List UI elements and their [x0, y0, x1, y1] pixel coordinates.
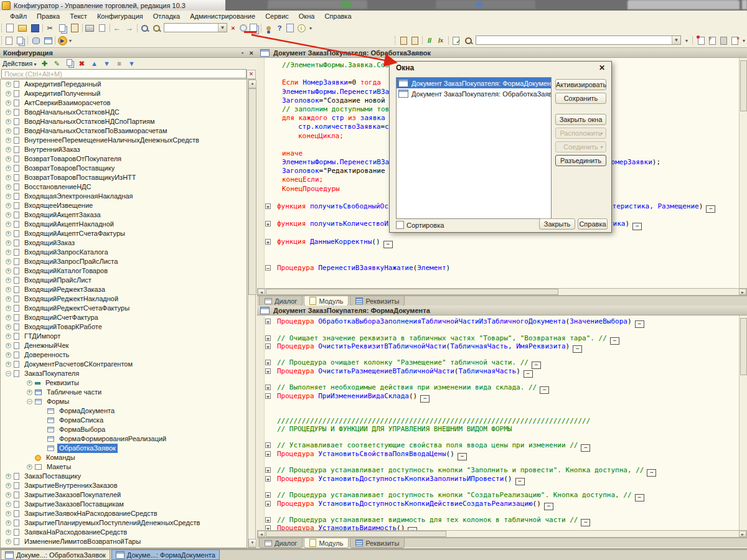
expand-icon[interactable]: +: [6, 483, 11, 488]
sort-checkbox-row[interactable]: Сортировка: [396, 221, 444, 229]
tab-dialog[interactable]: Диалог: [259, 296, 303, 306]
fold-expand-marker[interactable]: +: [265, 501, 271, 506]
tree-item[interactable]: +ИзменениеЛимитовВозвратнойТары: [1, 537, 247, 546]
table-icon[interactable]: [43, 35, 53, 45]
expand-icon[interactable]: +: [6, 184, 11, 190]
tree-item[interactable]: +ДокументРасчетовСКонтрагентом: [1, 360, 247, 369]
tab-module[interactable]: Модуль: [304, 538, 349, 548]
tree-item[interactable]: +ЗакрытиеВнутреннихЗаказов: [1, 481, 247, 490]
bookmark-help-icon[interactable]: ?: [707, 35, 717, 45]
editor-hscrollbar-top[interactable]: ◄ ►: [257, 288, 747, 296]
window-list-item[interactable]: Документ ЗаказПокупателя: ФормаДокумента: [397, 78, 551, 88]
tree-item[interactable]: +ВозвратТоваровПоставщику: [1, 164, 247, 173]
fold-expand-marker[interactable]: +: [265, 476, 271, 482]
delete-icon[interactable]: ✖: [77, 59, 86, 68]
chevron-down-icon[interactable]: ▼: [672, 36, 680, 44]
paste-fragment-icon[interactable]: [398, 35, 408, 45]
tree-item[interactable]: +ВходящийАкцептНакладной: [1, 220, 247, 229]
syntax-assistant-icon[interactable]: [263, 23, 273, 33]
expand-icon[interactable]: +: [6, 82, 11, 87]
scroll-down-icon[interactable]: ▼: [248, 539, 256, 548]
comment-lines-icon[interactable]: //: [425, 35, 435, 45]
expand-icon[interactable]: +: [6, 212, 11, 218]
fold-expand-marker[interactable]: +: [265, 319, 271, 324]
info-icon[interactable]: i: [296, 23, 306, 33]
procedures-combo[interactable]: ▼: [476, 35, 681, 45]
window-tab-obrabotka-zayavok[interactable]: Докуме...: ОбработкаЗаявок: [1, 549, 110, 560]
fold-expand-marker[interactable]: +: [265, 368, 271, 374]
tree-item[interactable]: +ФормаДокумента: [1, 406, 247, 416]
toolbar-overflow-icon[interactable]: ▼: [308, 23, 314, 33]
cut-icon[interactable]: ✂: [45, 23, 55, 33]
menu-edit[interactable]: Правка: [32, 12, 65, 21]
open-windows-list[interactable]: Документ ЗаказПокупателя: ФормаДокумента…: [396, 77, 552, 219]
fold-expand-marker[interactable]: +: [265, 221, 271, 226]
expand-icon[interactable]: +: [27, 464, 32, 470]
expand-icon[interactable]: +: [6, 166, 11, 171]
expand-icon[interactable]: +: [6, 362, 11, 367]
tree-item[interactable]: +ВводНачальныхОстатковНДС: [1, 108, 247, 117]
scrollbar-thumb[interactable]: [740, 60, 747, 111]
tree-item[interactable]: +АккредитивПолученный: [1, 89, 247, 98]
tree-item[interactable]: +ВходящийЗапросПрайсЛиста: [1, 257, 247, 266]
tab-module[interactable]: Модуль: [304, 296, 349, 306]
expand-icon[interactable]: +: [6, 222, 11, 227]
fold-expand-marker[interactable]: +: [265, 442, 271, 448]
search-combo[interactable]: ▼: [164, 23, 227, 32]
tree-item[interactable]: +ГТДИмпорт: [1, 332, 247, 341]
close-icon[interactable]: ×: [250, 49, 253, 57]
help-search-icon[interactable]: ?: [275, 23, 284, 33]
bookmark-delete-icon[interactable]: ×: [730, 35, 740, 45]
expand-icon[interactable]: +: [6, 511, 11, 516]
fold-expand-marker[interactable]: +: [265, 343, 271, 349]
scroll-left-icon[interactable]: ◄: [258, 531, 265, 537]
tab-attributes[interactable]: Реквизиты: [350, 538, 405, 548]
expand-icon[interactable]: +: [6, 287, 11, 292]
clear-search-icon[interactable]: ×: [229, 23, 237, 33]
fold-expand-marker[interactable]: +: [265, 335, 271, 341]
bookmark-add-icon[interactable]: [696, 35, 706, 45]
expand-icon[interactable]: +: [6, 530, 11, 535]
fold-expand-marker[interactable]: +: [265, 492, 271, 498]
print-icon[interactable]: [85, 23, 95, 33]
expand-icon[interactable]: +: [6, 194, 11, 199]
editor-vscrollbar-top[interactable]: [739, 58, 747, 288]
copy-icon[interactable]: [57, 23, 67, 33]
scroll-right-icon[interactable]: ►: [739, 289, 746, 295]
paste-special-icon[interactable]: [410, 35, 420, 45]
tree-item[interactable]: +Команды: [1, 453, 247, 462]
tree-item[interactable]: +ВходящийРеджектЗаказа: [1, 285, 247, 294]
unjoin-button[interactable]: Разъединить: [555, 155, 606, 166]
tree-item[interactable]: +АккредитивПереданный: [1, 80, 247, 89]
tab-attributes[interactable]: Реквизиты: [350, 296, 405, 306]
tree-item[interactable]: +ДенежныйЧек: [1, 341, 247, 350]
menu-administration[interactable]: Администрирование: [185, 12, 260, 21]
scroll-right-icon[interactable]: ►: [739, 531, 746, 537]
new-document-icon[interactable]: [5, 23, 15, 33]
expand-icon[interactable]: +: [27, 390, 32, 395]
tree-item[interactable]: +ВходящийПрайсЛист: [1, 276, 247, 285]
find-procedure-icon[interactable]: [463, 35, 473, 45]
tree-item[interactable]: +ЗакрытиеЗаказовПокупателей: [1, 490, 247, 500]
scroll-up-icon[interactable]: ▲: [248, 80, 256, 88]
print-preview-icon[interactable]: [97, 23, 107, 33]
tree-item[interactable]: +ЗаявкаНаРасходованиеСредств: [1, 528, 247, 537]
tree-item[interactable]: +ВходящийАкцептЗаказа: [1, 210, 247, 220]
tree-item[interactable]: +ВозвратТоваровПоставщикуИзНТТ: [1, 173, 247, 182]
chevron-down-icon[interactable]: ▼: [684, 35, 690, 45]
expand-icon[interactable]: +: [6, 100, 11, 106]
window-list-item[interactable]: Документ ЗаказПокупателя: ОбработкаЗаяво…: [397, 88, 551, 99]
help-button[interactable]: Справка: [578, 218, 608, 230]
fold-expand-marker[interactable]: +: [265, 451, 271, 457]
scrollbar-thumb[interactable]: [248, 88, 256, 295]
tree-item[interactable]: +ВнутреннееПеремещениеНаличныхДенежныхСр…: [1, 136, 247, 145]
tree-item[interactable]: +Реквизиты: [1, 378, 247, 388]
menu-help[interactable]: Справка: [319, 12, 356, 21]
expand-icon[interactable]: +: [6, 156, 11, 162]
fold-expand-marker[interactable]: +: [265, 239, 271, 245]
expand-icon[interactable]: +: [6, 315, 11, 320]
tree-item[interactable]: +ВходящийКаталогТоваров: [1, 266, 247, 276]
fold-expand-marker[interactable]: +: [265, 385, 271, 390]
fold-expand-marker[interactable]: +: [265, 517, 271, 523]
tree-item[interactable]: +ВводНачальныхОстатковПоВзаиморасчетам: [1, 126, 247, 136]
